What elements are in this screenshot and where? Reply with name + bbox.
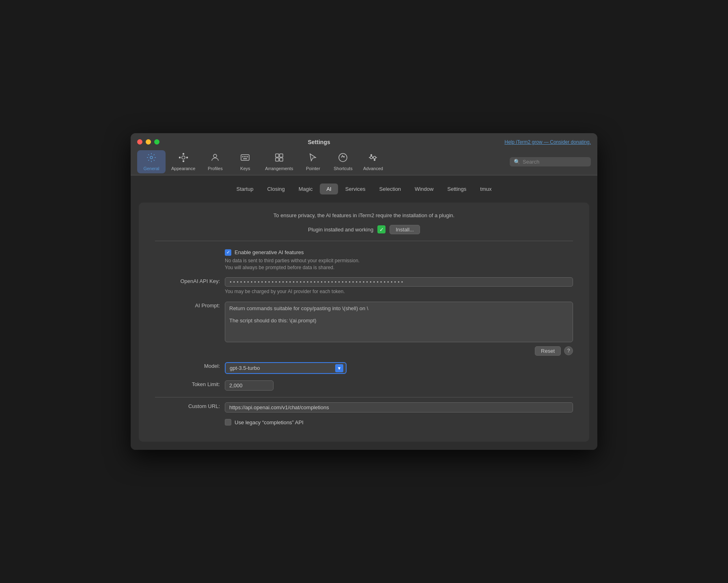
profiles-icon [210, 153, 220, 165]
ai-panel: To ensure privacy, the AI features in iT… [139, 203, 589, 442]
custom-url-row: Custom URL: [155, 402, 573, 412]
subtab-window[interactable]: Window [408, 184, 440, 194]
svg-point-19 [373, 156, 376, 159]
privacy-notice: To ensure privacy, the AI features in iT… [155, 212, 573, 218]
prompt-actions: Reset ? [225, 346, 573, 356]
appearance-icon [179, 153, 188, 165]
window-title: Settings [134, 139, 504, 145]
svg-point-6 [213, 154, 217, 158]
model-select-wrap: gpt-3.5-turbo gpt-4 gpt-4-turbo ▼ [225, 362, 347, 374]
svg-point-21 [374, 159, 375, 160]
svg-point-2 [183, 153, 184, 154]
toolbar-item-pointer[interactable]: Pointer [299, 150, 327, 173]
advanced-icon [368, 153, 378, 165]
subtab-closing[interactable]: Closing [261, 184, 291, 194]
install-button[interactable]: Install... [390, 225, 420, 234]
legacy-api-checkbox-row: Use legacy “completions” API [225, 419, 573, 425]
subtab-magic[interactable]: Magic [292, 184, 319, 194]
prompt-textarea[interactable]: Return commands suitable for copy/pastin… [225, 302, 573, 342]
ai-prompt-row: AI Prompt: Return commands suitable for … [155, 302, 573, 356]
toolbar-label-keys: Keys [240, 166, 250, 171]
titlebar: Settings Help iTerm2 grow — Consider don… [131, 133, 597, 175]
toolbar-label-general: General [143, 166, 159, 171]
subtab-settings[interactable]: Settings [441, 184, 473, 194]
svg-point-17 [339, 153, 347, 162]
settings-window: Settings Help iTerm2 grow — Consider don… [131, 133, 597, 450]
toolbar-item-shortcuts[interactable]: Shortcuts [329, 150, 357, 173]
legacy-api-row: Use legacy “completions” API [155, 419, 573, 425]
token-limit-input[interactable] [225, 380, 274, 391]
search-icon: 🔍 [514, 159, 520, 165]
model-row: Model: gpt-3.5-turbo gpt-4 gpt-4-turbo ▼ [155, 362, 573, 374]
model-select[interactable]: gpt-3.5-turbo gpt-4 gpt-4-turbo [225, 362, 347, 374]
toolbar-label-pointer: Pointer [306, 166, 320, 171]
reset-button[interactable]: Reset [535, 346, 561, 356]
plugin-status-check: ✓ [377, 225, 386, 233]
svg-point-0 [150, 156, 153, 159]
svg-rect-15 [276, 158, 279, 161]
subtab-ai[interactable]: AI [320, 184, 338, 194]
help-button[interactable]: ? [564, 346, 573, 355]
donate-link[interactable]: Help iTerm2 grow — Consider donating. [504, 139, 591, 145]
toolbar-item-keys[interactable]: Keys [231, 150, 259, 173]
toolbar-label-advanced: Advanced [363, 166, 383, 171]
plugin-label: Plugin installed and working [308, 227, 373, 233]
toolbar-item-arrangements[interactable]: Arrangements [261, 150, 297, 173]
ai-hint: No data is sent to third parties without… [225, 257, 573, 271]
prompt-label: AI Prompt: [155, 302, 220, 309]
api-key-label: OpenAI API Key: [155, 277, 220, 284]
custom-url-input[interactable] [225, 402, 573, 412]
subtabs: Startup Closing Magic AI Services Select… [139, 184, 589, 194]
search-box[interactable]: 🔍 [510, 157, 591, 166]
svg-point-20 [371, 154, 372, 155]
svg-point-5 [186, 157, 187, 158]
enable-ai-label: Enable generative AI features [235, 249, 304, 255]
legacy-api-label: Use legacy “completions” API [235, 419, 304, 425]
toolbar: General Appearance [137, 150, 591, 175]
content-area: Startup Closing Magic AI Services Select… [131, 175, 597, 450]
svg-point-4 [179, 157, 180, 158]
subtab-selection[interactable]: Selection [373, 184, 407, 194]
api-key-hint: You may be charged by your AI provider f… [225, 288, 573, 295]
svg-rect-7 [241, 155, 249, 160]
enable-ai-checkbox-row: ✓ Enable generative AI features [225, 249, 573, 256]
enable-ai-row: ✓ Enable generative AI features No data … [155, 249, 573, 271]
svg-rect-14 [280, 154, 283, 157]
toolbar-item-advanced[interactable]: Advanced [359, 150, 387, 173]
shortcuts-icon [338, 153, 348, 165]
legacy-api-checkbox[interactable] [225, 419, 231, 425]
toolbar-item-general[interactable]: General [137, 150, 166, 173]
divider [155, 397, 573, 397]
toolbar-label-arrangements: Arrangements [265, 166, 293, 171]
pointer-icon [308, 153, 318, 165]
search-input[interactable] [523, 159, 587, 165]
custom-url-label: Custom URL: [155, 402, 220, 409]
plugin-row: Plugin installed and working ✓ Install..… [155, 225, 573, 241]
svg-rect-16 [280, 158, 283, 161]
token-limit-row: Token Limit: [155, 380, 573, 391]
toolbar-label-profiles: Profiles [208, 166, 223, 171]
arrangements-icon [274, 153, 284, 165]
api-key-field[interactable]: ••••••••••••••••••••••••••••••••••••••••… [225, 277, 573, 287]
subtab-startup[interactable]: Startup [230, 184, 260, 194]
api-key-row: OpenAI API Key: ••••••••••••••••••••••••… [155, 277, 573, 295]
svg-rect-13 [276, 154, 279, 157]
subtab-tmux[interactable]: tmux [474, 184, 498, 194]
general-icon [146, 153, 156, 165]
toolbar-item-profiles[interactable]: Profiles [201, 150, 229, 173]
svg-point-1 [182, 156, 185, 159]
toolbar-label-appearance: Appearance [171, 166, 195, 171]
model-label: Model: [155, 362, 220, 369]
svg-point-3 [183, 160, 184, 162]
toolbar-label-shortcuts: Shortcuts [334, 166, 352, 171]
svg-point-18 [370, 156, 373, 159]
subtab-services[interactable]: Services [339, 184, 372, 194]
keys-icon [240, 153, 250, 165]
toolbar-item-appearance[interactable]: Appearance [167, 150, 199, 173]
token-limit-label: Token Limit: [155, 380, 220, 387]
enable-ai-checkbox[interactable]: ✓ [225, 249, 231, 256]
